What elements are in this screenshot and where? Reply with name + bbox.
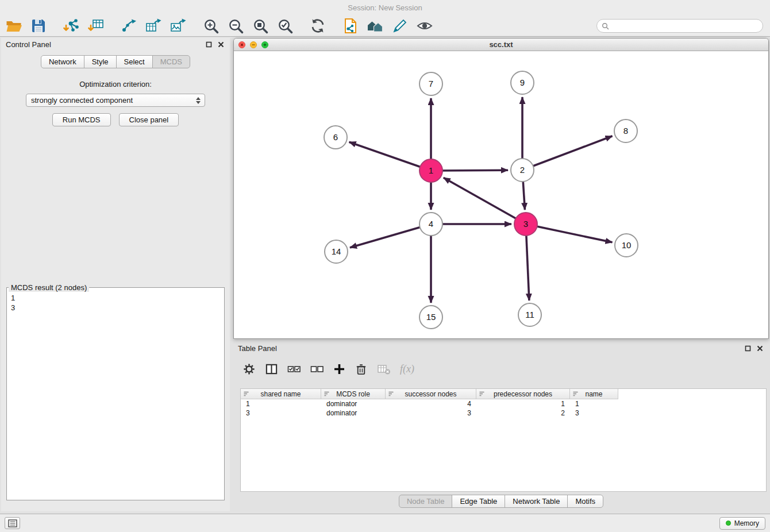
column-header-MCDS-role[interactable]: MCDS role (321, 389, 386, 399)
graph-edge-3-10[interactable] (526, 224, 613, 242)
minimize-window-icon[interactable] (250, 41, 257, 48)
column-header-label: MCDS role (321, 390, 385, 398)
zoom-selected-icon (278, 18, 293, 34)
graph-node-8[interactable]: 8 (614, 119, 637, 142)
export-image-button[interactable] (168, 16, 188, 36)
sort-icon (388, 391, 394, 399)
graph-edge-2-8[interactable] (522, 136, 613, 170)
open-file-button[interactable] (3, 16, 24, 36)
annotation-button[interactable] (390, 16, 410, 36)
export-table-button[interactable] (143, 16, 164, 36)
graph-node-3[interactable]: 3 (514, 213, 537, 236)
close-panel-button[interactable]: Close panel (119, 113, 179, 126)
memory-button[interactable]: Memory (719, 517, 765, 530)
zoom-fit-button[interactable] (250, 16, 271, 36)
select-all-columns-button[interactable] (287, 363, 301, 375)
table-row[interactable]: 1dominator411 (241, 399, 766, 408)
refresh-button[interactable] (307, 16, 328, 36)
close-table-panel-icon[interactable] (757, 345, 763, 352)
import-network-icon (63, 18, 79, 33)
memory-label: Memory (734, 519, 759, 527)
delete-table-button (377, 363, 391, 375)
table-cell: 1 (241, 399, 321, 408)
float-panel-icon[interactable] (206, 41, 212, 48)
graph-node-14[interactable]: 14 (325, 240, 348, 263)
control-panel-title: Control Panel (6, 40, 51, 49)
show-details-button[interactable] (414, 16, 435, 36)
tab-network[interactable]: Network (41, 55, 84, 68)
unchecked-boxes-icon (310, 363, 324, 375)
column-header-successor-nodes[interactable]: successor nodes (386, 389, 476, 399)
sort-icon (572, 391, 579, 399)
list-icon (8, 519, 17, 527)
tab-network-table[interactable]: Network Table (505, 495, 568, 508)
graph-node-1[interactable]: 1 (419, 159, 442, 182)
show-panels-button[interactable] (5, 517, 20, 529)
svg-text:11: 11 (525, 310, 534, 319)
graph-node-7[interactable]: 7 (419, 72, 442, 95)
network-window-titlebar: scc.txt (234, 38, 768, 51)
table-tabs: Node TableEdge TableNetwork TableMotifs (233, 495, 769, 508)
control-panel-header: Control Panel (1, 38, 230, 51)
graph-node-4[interactable]: 4 (419, 213, 442, 236)
add-column-button[interactable] (333, 363, 345, 375)
tab-mcds[interactable]: MCDS (152, 55, 190, 68)
zoom-in-button[interactable] (201, 16, 221, 36)
zoom-selected-button[interactable] (275, 16, 295, 36)
graph-node-6[interactable]: 6 (324, 126, 347, 149)
node-table: shared nameMCDS rolesuccessor nodesprede… (240, 388, 767, 492)
graph-edge-4-14[interactable] (350, 224, 431, 248)
svg-text:3: 3 (523, 219, 528, 229)
optimization-dropdown[interactable]: strongly connected component (26, 94, 205, 107)
home-button[interactable] (365, 16, 386, 36)
close-window-icon[interactable] (238, 41, 245, 48)
graph-node-11[interactable]: 11 (518, 303, 541, 326)
graph-node-2[interactable]: 2 (511, 159, 534, 182)
table-cell: 3 (241, 408, 321, 418)
close-panel-icon[interactable] (218, 41, 224, 48)
table-row[interactable]: 3dominator323 (241, 408, 766, 418)
graph-node-10[interactable]: 10 (615, 234, 638, 257)
table-panel-header: Table Panel (233, 342, 769, 354)
home-icon (367, 18, 384, 33)
import-table-icon (88, 18, 104, 33)
brush-icon (392, 18, 407, 33)
export-network-button[interactable] (118, 16, 139, 36)
mcds-result-text[interactable]: 1 3 (7, 292, 224, 500)
toggle-columns-button[interactable] (265, 363, 278, 376)
zoom-out-button[interactable] (225, 16, 246, 36)
delete-column-button[interactable] (355, 363, 368, 376)
export-image-icon (170, 18, 186, 33)
network-canvas[interactable]: 7968124314101511 (234, 51, 768, 338)
search-icon (602, 22, 609, 30)
column-header-shared-name[interactable]: shared name (241, 389, 321, 399)
deselect-all-columns-button[interactable] (310, 363, 324, 375)
graph-node-15[interactable]: 15 (419, 306, 442, 329)
columns-icon (265, 363, 278, 376)
copy-view-button[interactable] (340, 16, 361, 36)
tab-node-table[interactable]: Node Table (399, 495, 453, 508)
column-header-name[interactable]: name (570, 389, 618, 399)
column-header-predecessor-nodes[interactable]: predecessor nodes (476, 389, 570, 399)
table-cell: 2 (476, 408, 570, 418)
tab-motifs[interactable]: Motifs (567, 495, 603, 508)
search-box[interactable] (596, 19, 763, 33)
dropdown-arrows-icon (195, 97, 202, 104)
maximize-window-icon[interactable] (261, 41, 268, 48)
run-mcds-button[interactable]: Run MCDS (52, 113, 111, 126)
tab-style[interactable]: Style (84, 55, 117, 68)
tab-select[interactable]: Select (116, 55, 153, 68)
search-input[interactable] (612, 22, 758, 30)
import-network-button[interactable] (61, 16, 82, 36)
mcds-result-title: MCDS result (2 nodes) (9, 283, 89, 292)
tab-edge-table[interactable]: Edge Table (452, 495, 505, 508)
float-table-panel-icon[interactable] (745, 345, 751, 352)
graph-node-9[interactable]: 9 (511, 71, 534, 94)
network-window-title: scc.txt (234, 40, 768, 49)
save-session-button[interactable] (28, 16, 49, 36)
table-panel-title: Table Panel (238, 344, 277, 353)
table-settings-button[interactable] (242, 363, 256, 376)
graph-edge-3-1[interactable] (444, 178, 526, 224)
import-table-button[interactable] (86, 16, 106, 36)
graph-edge-1-6[interactable] (349, 142, 431, 171)
